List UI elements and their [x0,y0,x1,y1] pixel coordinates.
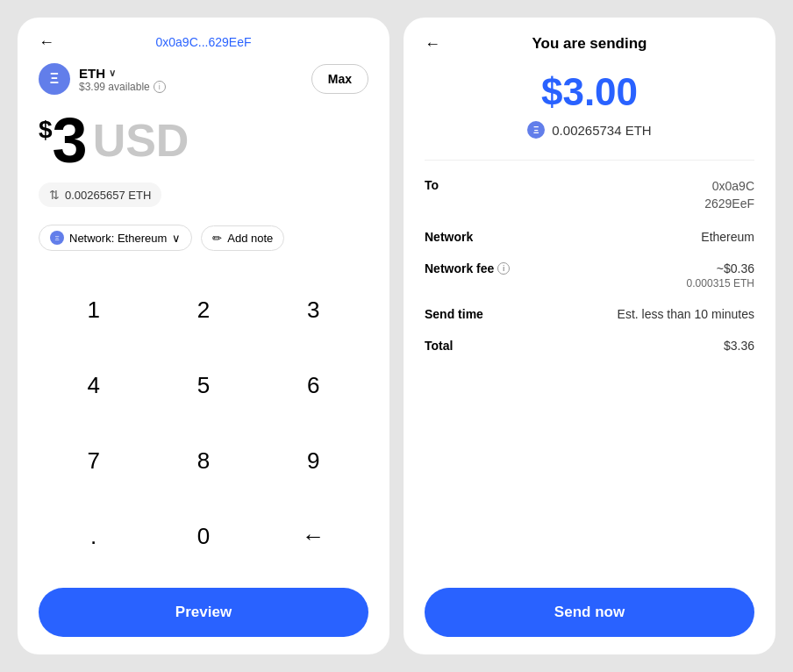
right-eth-value: 0.00265734 ETH [552,123,651,138]
total-label: Total [425,339,453,353]
add-note-label: Add note [227,232,273,245]
fee-label: Network fee [425,261,494,275]
amount-currency: USD [93,118,189,163]
numpad-key-9[interactable]: 9 [259,423,368,498]
total-row: Total $3.36 [425,339,754,353]
pencil-icon: ✏ [212,232,222,245]
fee-value: ~$0.36 [687,261,754,275]
left-back-button[interactable]: ← [39,33,54,52]
to-row: To 0x0a9C 2629EeF [425,178,754,212]
network-chevron: ∨ [172,232,181,245]
token-info: Ξ ETH ∨ $3.99 available i [39,63,166,95]
network-label: Network: Ethereum [69,232,167,245]
numpad-key-4[interactable]: 4 [39,347,148,423]
right-panel-title: You are sending [532,35,647,53]
dollar-sign: $ [39,116,53,144]
numpad-key-backspace[interactable]: ← [259,498,368,574]
fee-eth-value: 0.000315 ETH [687,277,754,290]
right-header: ← You are sending [425,35,754,53]
numpad-key-5[interactable]: 5 [148,347,258,423]
to-label: To [425,178,439,192]
to-address: 0x0a9C 2629EeF [704,178,754,212]
left-panel: ← 0x0a9C...629EeF Ξ ETH ∨ $3.99 availabl… [18,18,389,654]
network-row: Ξ Network: Ethereum ∨ ✏ Add note [39,225,368,251]
network-selector[interactable]: Ξ Network: Ethereum ∨ [39,225,192,251]
balance-info-icon[interactable]: i [154,81,166,93]
send-time-row: Send time Est. less than 10 minutes [425,307,754,321]
numpad-key-8[interactable]: 8 [148,423,258,498]
divider [425,160,754,161]
numpad-key-3[interactable]: 3 [259,272,368,347]
amount-number: 3 [53,109,88,172]
eth-icon: Ξ [39,63,70,95]
right-panel: ← You are sending $3.00 Ξ 0.00265734 ETH… [404,18,775,654]
token-details: ETH ∨ $3.99 available i [79,66,166,93]
right-back-button[interactable]: ← [425,35,440,54]
total-value: $3.36 [724,339,754,353]
add-note-button[interactable]: ✏ Add note [201,225,284,251]
right-eth-equivalent: Ξ 0.00265734 ETH [425,121,754,139]
token-name-label: ETH [79,66,105,81]
token-dropdown-icon: ∨ [109,68,116,79]
token-balance: $3.99 available i [79,81,166,93]
numpad-key-6[interactable]: 6 [259,347,368,423]
send-now-button[interactable]: Send now [425,588,754,637]
swap-icon: ⇅ [49,188,60,202]
numpad-key-7[interactable]: 7 [39,423,148,498]
fee-row: Network fee i ~$0.36 0.000315 ETH [425,261,754,290]
send-amount-display: $3.00 [425,70,754,114]
send-time-label: Send time [425,307,483,321]
fee-info-icon[interactable]: i [497,262,510,275]
max-button[interactable]: Max [311,64,368,94]
wallet-address: 0x0a9C...629EeF [156,35,252,49]
numpad-key-1[interactable]: 1 [39,272,148,347]
numpad: 1 2 3 4 5 6 7 8 9 . 0 ← [39,272,368,574]
network-eth-icon: Ξ [50,231,64,245]
numpad-key-dot[interactable]: . [39,498,148,574]
fee-label-group: Network fee i [425,261,510,275]
right-eth-icon: Ξ [527,121,545,139]
network-detail-label: Network [425,230,473,244]
left-header: ← 0x0a9C...629EeF [39,35,368,49]
network-detail-value: Ethereum [701,230,754,244]
fee-value-group: ~$0.36 0.000315 ETH [687,261,754,290]
numpad-key-2[interactable]: 2 [148,272,258,347]
eth-equivalent-value: 0.00265657 ETH [65,189,151,202]
token-row: Ξ ETH ∨ $3.99 available i Max [39,63,368,95]
token-name-row[interactable]: ETH ∨ [79,66,166,81]
network-detail-row: Network Ethereum [425,230,754,244]
preview-button[interactable]: Preview [39,588,368,637]
send-time-value: Est. less than 10 minutes [618,307,754,321]
amount-display: $ 3 USD [39,109,368,172]
numpad-key-0[interactable]: 0 [148,498,258,574]
eth-equivalent-row[interactable]: ⇅ 0.00265657 ETH [39,182,161,207]
